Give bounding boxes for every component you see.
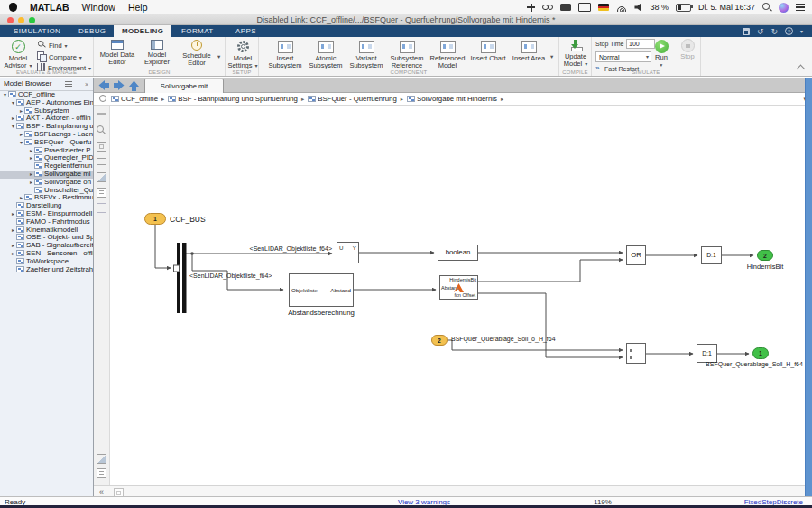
insert-chart-button[interactable]: Insert Chart bbox=[468, 39, 508, 71]
breadcrumb-item[interactable]: CCF_offline bbox=[111, 93, 168, 106]
variant-legend-icon[interactable] bbox=[97, 468, 106, 478]
schedule-editor-button[interactable]: Schedule Editor bbox=[177, 39, 217, 71]
annotation-image-icon[interactable] bbox=[97, 172, 106, 182]
component-overflow-caret-icon[interactable]: ▾ bbox=[550, 53, 553, 60]
quick-access-caret-icon[interactable]: ▾ bbox=[800, 28, 803, 34]
tree-item[interactable]: ▸ESM - Einspurmodell bbox=[0, 210, 93, 218]
tab-apps[interactable]: APPS bbox=[227, 25, 264, 37]
undo-icon[interactable]: ↺ bbox=[757, 27, 764, 36]
menu-window[interactable]: Window bbox=[82, 2, 115, 13]
help-icon[interactable]: ? bbox=[785, 27, 793, 35]
wifi-icon[interactable] bbox=[616, 4, 627, 12]
palette-hide-handle[interactable] bbox=[97, 113, 106, 115]
collapse-toolstrip-icon[interactable] bbox=[798, 64, 804, 70]
model-data-editor-button[interactable]: Model Data Editor bbox=[97, 39, 137, 71]
tree-item[interactable]: Zaehler und Zeitstrah bbox=[0, 266, 93, 274]
tree-item[interactable]: ▾BSF - Bahnplanung u bbox=[0, 123, 93, 131]
volume-icon[interactable] bbox=[634, 4, 642, 12]
signal-label[interactable]: <SenLIDAR_Objektliste_f64> bbox=[215, 245, 332, 252]
delay-block[interactable]: D:1 bbox=[701, 246, 722, 264]
redo-icon[interactable]: ↻ bbox=[770, 27, 778, 36]
plus-icon[interactable] bbox=[527, 4, 535, 12]
tree-item[interactable]: ▸AKT - Aktoren - offlin bbox=[0, 115, 93, 123]
editor-tab[interactable]: Sollvorgabe mit Hindernis bbox=[144, 79, 224, 93]
keyboard-icon[interactable] bbox=[560, 4, 571, 11]
tree-item[interactable]: ▸Sollvorgabe oh bbox=[0, 179, 93, 187]
design-overflow-caret-icon[interactable]: ▾ bbox=[217, 53, 220, 60]
save-icon[interactable] bbox=[743, 28, 750, 35]
german-flag-icon[interactable] bbox=[598, 4, 609, 11]
run-caret-icon[interactable]: ▾ bbox=[660, 62, 663, 68]
menubar-clock[interactable]: Di. 5. Mai 16:37 bbox=[698, 3, 755, 12]
tree-item[interactable]: ▾AEP - Autonomes Ein bbox=[0, 99, 93, 107]
up-icon[interactable] bbox=[128, 79, 140, 92]
inport-block[interactable]: 1 bbox=[144, 213, 166, 225]
breadcrumb-item[interactable]: Sollvorgabe mit Hindernis bbox=[407, 93, 507, 106]
tree-item[interactable]: ▸SEN - Sensoren - offli bbox=[0, 250, 93, 258]
browser-close-icon[interactable]: × bbox=[85, 79, 88, 91]
battery-icon[interactable] bbox=[676, 4, 691, 12]
simulation-mode-select[interactable]: Normal bbox=[595, 51, 651, 62]
compare-button[interactable]: Compare bbox=[37, 51, 93, 61]
find-button[interactable]: Find bbox=[37, 40, 93, 50]
display-icon[interactable] bbox=[578, 3, 591, 12]
binoculars-icon[interactable] bbox=[542, 5, 553, 11]
signal-label[interactable]: <SenLIDAR_Objektliste_f64> bbox=[189, 272, 272, 279]
referenced-model-button[interactable]: Referenced Model bbox=[428, 39, 467, 71]
tree-item[interactable]: ▸BSFVx - Bestimmu bbox=[0, 194, 93, 202]
forward-icon[interactable] bbox=[113, 79, 125, 91]
tree-item[interactable]: ToWorkspace bbox=[0, 258, 93, 266]
atomic-subsystem-button[interactable]: Atomic Subsystem bbox=[306, 39, 346, 71]
matlab-function-block[interactable]: HindernisBit Abstand fcn Offset bbox=[439, 275, 478, 300]
model-settings-button[interactable]: Model Settings bbox=[223, 39, 263, 71]
browser-menu-icon[interactable] bbox=[65, 81, 72, 87]
area-box-icon[interactable] bbox=[97, 203, 106, 213]
tree-item[interactable]: ▸Praedizierter P bbox=[0, 147, 93, 155]
tree-item[interactable]: ▸SAB - Signalaufbereit bbox=[0, 242, 93, 250]
spotlight-search-icon[interactable] bbox=[762, 3, 771, 12]
notification-center-icon[interactable] bbox=[796, 4, 805, 11]
zoom-tool-icon[interactable] bbox=[97, 125, 106, 135]
subsystem-reference-button[interactable]: Subsystem Reference bbox=[387, 39, 427, 71]
tree-item[interactable]: Regelentfernun bbox=[0, 162, 93, 171]
legend-icon[interactable] bbox=[97, 188, 106, 198]
tree-item[interactable]: ▾BSFQuer - Querfu bbox=[0, 139, 93, 147]
apple-icon[interactable] bbox=[9, 3, 17, 12]
insert-subsystem-button[interactable]: Insert Subsystem bbox=[265, 39, 305, 71]
tab-simulation[interactable]: SIMULATION bbox=[5, 25, 69, 37]
breadcrumb-item[interactable]: BSFQuer - Querfuehrung bbox=[308, 93, 407, 106]
or-logic-block[interactable]: OR bbox=[626, 245, 646, 265]
fit-to-view-icon[interactable] bbox=[97, 142, 106, 152]
breadcrumb-item[interactable]: BSF - Bahnplanung und Spurfuehrung bbox=[168, 93, 308, 106]
pan-tool-icon[interactable] bbox=[97, 158, 106, 165]
run-button[interactable]: Run ▾ bbox=[648, 39, 675, 71]
selector-block[interactable]: U Y bbox=[337, 242, 359, 263]
menu-app-name[interactable]: MATLAB bbox=[30, 2, 69, 13]
delay-block[interactable]: D:1 bbox=[697, 344, 717, 363]
tab-format[interactable]: FORMAT bbox=[173, 25, 222, 37]
update-model-button[interactable]: Update Model bbox=[556, 39, 595, 71]
tree-item[interactable]: ▾CCF_offline bbox=[0, 91, 93, 99]
model-explorer-button[interactable]: Model Explorer bbox=[137, 39, 177, 71]
tree-item[interactable]: OSE - Objekt- und Sp bbox=[0, 234, 93, 242]
menu-help[interactable]: Help bbox=[128, 2, 148, 13]
inport-block[interactable]: 2 bbox=[431, 335, 448, 346]
siri-icon[interactable] bbox=[779, 3, 789, 13]
tree-item[interactable]: ▸BSFLaengs - Laen bbox=[0, 131, 93, 139]
tree-item[interactable]: ▸Subsystem bbox=[0, 107, 93, 115]
tree-item-selected[interactable]: ▸Sollvorgabe mi bbox=[0, 171, 93, 179]
back-icon[interactable] bbox=[97, 79, 110, 91]
tree-item[interactable]: Darstellung bbox=[0, 202, 93, 210]
tree-item[interactable]: ▸Querregler_PID bbox=[0, 154, 93, 162]
insert-area-button[interactable]: Insert Area bbox=[509, 39, 549, 71]
tree-item[interactable]: FAMO - Fahrtmodus bbox=[0, 218, 93, 226]
viewport-icon[interactable] bbox=[97, 454, 106, 464]
tab-debug[interactable]: DEBUG bbox=[70, 25, 114, 37]
variant-subsystem-button[interactable]: Variant Subsystem bbox=[346, 39, 386, 71]
boolean-conversion-block[interactable]: boolean bbox=[438, 245, 478, 261]
outport-block[interactable]: 1 bbox=[752, 347, 769, 359]
outport-block[interactable]: 2 bbox=[757, 250, 773, 261]
stop-button[interactable]: Stop bbox=[675, 39, 700, 71]
tree-item[interactable]: Umschalter_Qu bbox=[0, 187, 93, 195]
abstandsberechnung-block[interactable]: Objektliste Abstand bbox=[289, 273, 354, 307]
